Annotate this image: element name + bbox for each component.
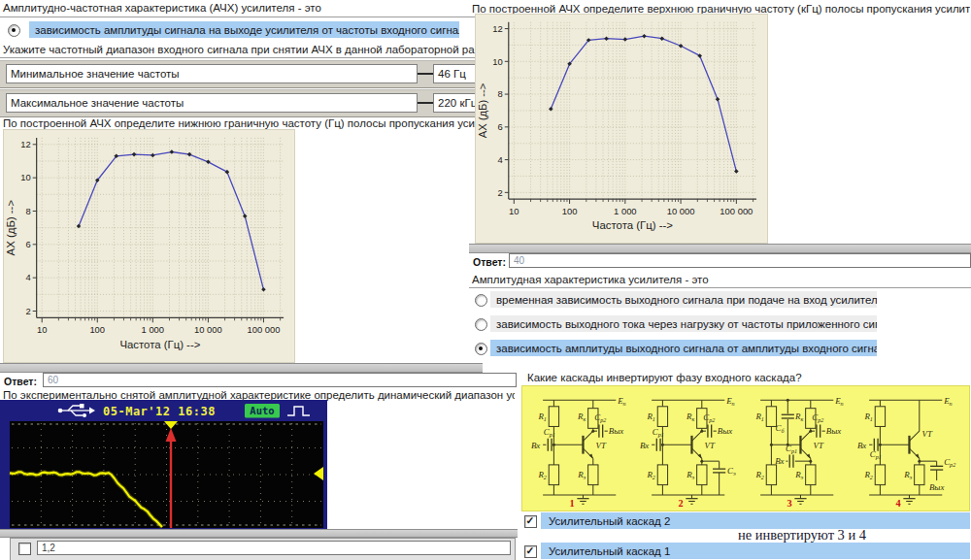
match-connector-line	[418, 73, 433, 75]
match-connector-line	[418, 102, 433, 104]
svg-text:100: 100	[89, 324, 105, 335]
svg-text:Вх: Вх	[531, 441, 540, 450]
question-dynamic-range: По экспериментально снятой амплитудной х…	[0, 387, 515, 401]
radio-button-option-3[interactable]	[475, 343, 487, 355]
bottom-separator-bar	[0, 529, 518, 538]
svg-text:2: 2	[498, 188, 503, 198]
answer-input-lower-cutoff[interactable]: 60	[43, 373, 517, 387]
svg-text:Auto: Auto	[250, 405, 274, 416]
svg-text:6: 6	[25, 239, 30, 249]
svg-text:100: 100	[562, 207, 578, 216]
svg-text:VT: VT	[705, 441, 716, 450]
match-label-max-frequency[interactable]: Максимальное значение частоты	[6, 93, 418, 113]
checkbox-label-cascade-1[interactable]: Усилительный каскад 1	[541, 543, 970, 559]
svg-text:Rэ: Rэ	[686, 470, 694, 480]
svg-text:R2: R2	[754, 470, 764, 480]
radio-button-option-2[interactable]	[475, 318, 487, 331]
svg-text:Cр2: Cр2	[812, 412, 823, 423]
svg-text:Rк: Rк	[686, 412, 694, 422]
svg-text:Cб: Cб	[776, 423, 786, 434]
svg-text:Eп: Eп	[725, 396, 735, 407]
handwritten-note: не инвертируют 3 и 4	[738, 527, 866, 544]
svg-text:12: 12	[492, 24, 502, 34]
match-label-min-frequency[interactable]: Минимальное значение частоты	[6, 64, 418, 83]
separator-bar	[469, 244, 971, 253]
svg-text:Rк: Rк	[794, 412, 803, 422]
checkbox-cascade-1[interactable]	[524, 545, 537, 558]
achx-plot: 24681012101001 00010 000100 000АХ (дБ) -…	[476, 15, 765, 241]
svg-text:Eп: Eп	[943, 396, 953, 407]
circuit-diagram-3: EпR1R2VTRкВыхCр2RэCбВхCр13	[746, 388, 854, 509]
svg-text:R2: R2	[537, 470, 547, 480]
svg-text:12: 12	[20, 139, 30, 149]
svg-text:4: 4	[896, 498, 901, 509]
radio-option-label-2[interactable]: зависимость выходного тока через нагрузк…	[490, 315, 877, 332]
separator-bar	[0, 363, 483, 373]
svg-text:10: 10	[37, 324, 47, 335]
quiz-page: { "ui": { "left": { "q1_title": "Амплиту…	[0, 0, 971, 560]
svg-text:05-Mar'12 16:38: 05-Mar'12 16:38	[103, 405, 216, 418]
svg-text:8: 8	[25, 206, 30, 216]
svg-text:R1: R1	[863, 412, 873, 422]
svg-text:6: 6	[498, 122, 503, 132]
svg-text:10: 10	[492, 57, 502, 67]
question-frequency-range: Укажите частотный диапазон входного сигн…	[0, 42, 483, 58]
oscilloscope-screenshot: 05-Mar'12 16:38Auto	[0, 400, 327, 530]
radio-option-label-1[interactable]: временная зависимость выходного сигнала …	[490, 291, 877, 308]
circuit-diagrams-panel: EпR1R2VTRкВыхCр2RэВхCр11 EпR1R2VTRкВыхCр…	[521, 385, 970, 511]
svg-text:10 000: 10 000	[667, 207, 695, 216]
svg-text:Cр2: Cр2	[594, 412, 606, 423]
svg-text:R1: R1	[646, 412, 655, 422]
circuit-diagram-2: EпR1R2VTRкВыхCр2RэВхCр1Cэ2	[637, 388, 746, 509]
oscilloscope-screen: 05-Mar'12 16:38Auto	[0, 400, 327, 530]
svg-text:R2: R2	[646, 470, 655, 480]
answer-label-right: Ответ:	[473, 256, 506, 268]
bottom-answer-input[interactable]: 1,2	[37, 541, 511, 555]
svg-text:Cэ: Cэ	[727, 466, 736, 477]
bottom-answer-panel: 1,2	[10, 538, 516, 560]
svg-text:АХ (дБ) -->: АХ (дБ) -->	[5, 200, 17, 256]
achx-plot: 24681012101001 00010 000100 000АХ (дБ) -…	[4, 130, 292, 360]
svg-text:Вх: Вх	[640, 441, 649, 450]
svg-text:Вых: Вых	[718, 426, 732, 436]
answer-input-upper-cutoff[interactable]: 40	[509, 253, 971, 268]
svg-text:R2: R2	[863, 470, 873, 480]
question-phase-inversion: Какие каскады инвертируют фазу входного …	[524, 370, 932, 384]
circuit-diagram-1: EпR1R2VTRкВыхCр2RэВхCр11	[528, 388, 637, 509]
svg-text:2: 2	[679, 498, 684, 509]
svg-text:10: 10	[509, 207, 519, 216]
svg-text:100 000: 100 000	[247, 324, 280, 335]
svg-text:Вх: Вх	[857, 441, 866, 450]
svg-text:4: 4	[498, 155, 503, 165]
svg-text:10: 10	[20, 172, 30, 182]
svg-text:Вх: Вх	[775, 456, 784, 466]
radio-option-label-3[interactable]: зависимость амплитуды выходного сигнала …	[490, 340, 877, 356]
svg-text:Вых: Вых	[929, 482, 944, 492]
svg-text:Eп: Eп	[834, 396, 844, 407]
svg-text:Вых: Вых	[609, 426, 623, 436]
circuit-diagram-4: EпR1R2VTRэВхCр1ВыхCр24	[854, 388, 963, 509]
svg-text:R1: R1	[537, 412, 547, 422]
svg-text:Rэ: Rэ	[577, 470, 586, 480]
frequency-response-chart-left: 24681012101001 00010 000100 000АХ (дБ) -…	[3, 129, 295, 363]
svg-text:Rэ: Rэ	[794, 470, 803, 480]
svg-text:АХ (дБ) -->: АХ (дБ) -->	[477, 82, 488, 138]
radio-button-option-1[interactable]	[475, 294, 487, 307]
svg-text:3: 3	[787, 498, 792, 509]
svg-text:Частота (Гц) -->: Частота (Гц) -->	[592, 219, 674, 231]
bottom-answer-checkbox[interactable]	[18, 543, 31, 555]
question-upper-cutoff: По построенной АЧХ определите верхнюю гр…	[469, 1, 970, 15]
radio-option-label-achx[interactable]: зависимость амплитуды сигнала на выходе …	[29, 21, 459, 38]
svg-text:Eп: Eп	[617, 396, 626, 407]
svg-text:Rк: Rк	[577, 412, 586, 422]
svg-text:Cр2: Cр2	[703, 412, 715, 423]
frequency-response-chart-right: 24681012101001 00010 000100 000АХ (дБ) -…	[475, 14, 768, 244]
svg-text:VT: VT	[922, 429, 933, 439]
question-amplitude-characteristic: Амплитудная характеристика усилителя - э…	[469, 272, 971, 288]
svg-text:R1: R1	[754, 412, 764, 422]
svg-text:1 000: 1 000	[614, 207, 637, 216]
checkbox-cascade-2[interactable]	[524, 515, 537, 528]
svg-text:VT: VT	[814, 441, 824, 450]
svg-text:Rэ: Rэ	[903, 470, 912, 480]
radio-button-achx-answer[interactable]	[8, 24, 20, 37]
